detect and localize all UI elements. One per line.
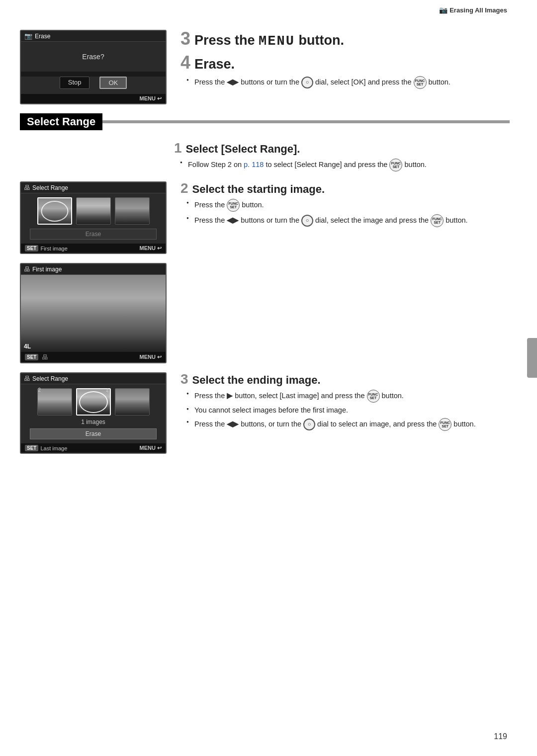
step1-number: 1 (174, 141, 182, 155)
step3-sr-number: 3 (180, 372, 188, 386)
thumb-3 (115, 197, 150, 225)
sr-screen3-body: 2 4 1 images Erase (21, 384, 166, 443)
step2-bullet-1: Press the FUNCSET button. (186, 199, 510, 212)
steps-34-text: 3 Press the MENU button. 4 Erase. Press … (180, 30, 510, 91)
section-line (102, 120, 510, 123)
erase-screen-body: Erase? (21, 42, 166, 72)
step2-title: Select the starting image. (192, 183, 325, 196)
sr-screen3-titlebar: 品 Select Range (21, 373, 166, 384)
step4-header: 4 Erase. (180, 54, 510, 72)
step3-bullet-2: You cannot select images before the firs… (186, 405, 510, 416)
first-image-row: 品 First image 4L SET 品 MENU ↩ (20, 263, 510, 363)
menu-back-label: MENU ↩ (140, 95, 162, 102)
step2-bullets: Press the FUNCSET button. Press the ◀▶ b… (180, 199, 510, 227)
sr-screen3-icon: 品 (24, 375, 30, 382)
set-grid-label: SET 品 (25, 353, 48, 361)
step3-sr-image-col: 品 Select Range 2 4 (20, 372, 167, 454)
dial-icon-3: ○ (303, 419, 315, 430)
thumb-sr3-1 (37, 388, 72, 416)
step3-sr-bullets: Press the ▶ button, select [Last image] … (180, 390, 510, 431)
stop-button[interactable]: Stop (60, 77, 90, 89)
step2-bullet-2: Press the ◀▶ buttons or turn the ○ dial,… (186, 214, 510, 227)
dial-icon-2: ○ (301, 215, 313, 227)
step3-bullet-1: Press the ▶ button, select [Last image] … (186, 390, 510, 403)
arrow-right-3: ▶ (227, 392, 233, 400)
step3-sr-header: 3 Select the ending image. (180, 372, 510, 387)
sr-screen1-icon: 品 (24, 184, 30, 191)
select-range-screen-1: 品 Select Range Erase SET (20, 181, 167, 254)
thumb-grid-3: 2 4 (25, 388, 162, 416)
image-size: 4L (24, 343, 31, 350)
step1-sr-header: 1 Select [Select Range]. (174, 141, 510, 156)
step3-sr-title: Select the ending image. (192, 374, 321, 387)
steps-34-row: 📷 Erase Erase? Stop OK MENU ↩ (20, 30, 510, 104)
set-first-label: SET First image (25, 245, 68, 252)
sr-screen1-body: Erase (21, 193, 166, 244)
first-image-screen: 品 First image 4L SET 品 MENU ↩ (20, 263, 167, 363)
first-image-titlebar: 品 First image (21, 264, 166, 275)
sr-screen1-title: Select Range (32, 184, 68, 191)
camera-icon: 📷 (439, 6, 448, 14)
step3-sr-text: 3 Select the ending image. Press the ▶ b… (180, 372, 510, 433)
sr-menu-back-1: MENU ↩ (140, 245, 162, 252)
step3-title: Press the MENU button. (194, 33, 344, 49)
fi-icon: 品 (24, 265, 30, 273)
circle-overlay (41, 201, 68, 222)
sr-screen1-titlebar: 品 Select Range (21, 182, 166, 193)
erase-screen: 📷 Erase Erase? Stop OK MENU ↩ (20, 30, 167, 104)
header-bar: 📷 Erasing All Images (0, 0, 537, 20)
step3-sr-row: 品 Select Range 2 4 (20, 372, 510, 454)
step2-sr-text: 2 Select the starting image. Press the F… (180, 181, 510, 230)
erase-label-1: Erase (30, 229, 157, 240)
erase-buttons-row: Stop OK (21, 77, 166, 94)
func-set-button: FUNCSET (414, 76, 427, 89)
step2-sr-image-col: 品 Select Range Erase SET (20, 181, 167, 254)
select-range-divider: Select Range (20, 113, 510, 130)
arrow-left-right-icon: ◀▶ (227, 78, 239, 86)
first-image-menu-back: MENU ↩ (140, 354, 162, 360)
step1-title: Select [Select Range]. (186, 143, 300, 156)
step2-sr-row: 品 Select Range Erase SET (20, 181, 510, 254)
first-image-footer: SET 品 MENU ↩ (21, 352, 166, 362)
ok-button[interactable]: OK (99, 77, 127, 89)
first-image-area: 4L (21, 275, 166, 352)
first-image-spacer (180, 263, 510, 363)
header-title: Erasing All Images (449, 6, 507, 14)
sr-screen3-footer: SET Last image MENU ↩ (21, 443, 166, 453)
step1-bullet-1: Follow Step 2 on p. 118 to select [Selec… (180, 159, 510, 171)
set-last-label: SET Last image (25, 445, 67, 451)
select-range-screen-3: 品 Select Range 2 4 (20, 372, 167, 454)
thumb-group-1: 2 (37, 388, 72, 416)
thumb-grid (25, 197, 162, 225)
sr-screen1-footer: SET First image MENU ↩ (21, 244, 166, 253)
arrow-lr-3: ◀▶ (227, 420, 239, 428)
erase-screen-title: Erase (35, 33, 50, 40)
func-set-btn-2: FUNCSET (227, 199, 240, 212)
fi-title: First image (32, 266, 62, 273)
step2-sr-header: 2 Select the starting image. (180, 181, 510, 196)
page-number: 119 (494, 732, 507, 741)
p118-link[interactable]: p. 118 (244, 161, 264, 168)
page-content: 📷 Erase Erase? Stop OK MENU ↩ (0, 20, 537, 483)
thumb-sr3-3 (115, 388, 150, 416)
step3-bullet-3: Press the ◀▶ buttons, or turn the ○ dial… (186, 418, 510, 431)
step3-title-suffix: button. (295, 33, 344, 48)
section-label: Select Range (20, 113, 102, 130)
thumb-1-active (37, 197, 72, 225)
step3-title-prefix: Press the (194, 33, 259, 48)
erase-question: Erase? (82, 53, 104, 61)
thumb-sr3-2-active: 4 (76, 388, 111, 416)
func-set-btn-3: FUNCSET (431, 214, 444, 227)
first-image-col: 品 First image 4L SET 品 MENU ↩ (20, 263, 167, 363)
count-label: 1 images (25, 418, 162, 426)
step2-number: 2 (180, 181, 188, 195)
step3-menu-word: MENU (259, 34, 295, 49)
circle-overlay-3 (79, 391, 108, 413)
step4-bullet-1: Press the ◀▶ buttons or turn the ○ dial,… (186, 76, 510, 89)
func-set-btn-4: FUNCSET (367, 390, 380, 403)
erase-screen-image-col: 📷 Erase Erase? Stop OK MENU ↩ (20, 30, 167, 104)
step1-sr-container: 1 Select [Select Range]. Follow Step 2 o… (20, 141, 510, 171)
erase-label-3: Erase (30, 428, 157, 439)
thumb-2 (76, 197, 111, 225)
dial-icon: ○ (301, 77, 313, 88)
